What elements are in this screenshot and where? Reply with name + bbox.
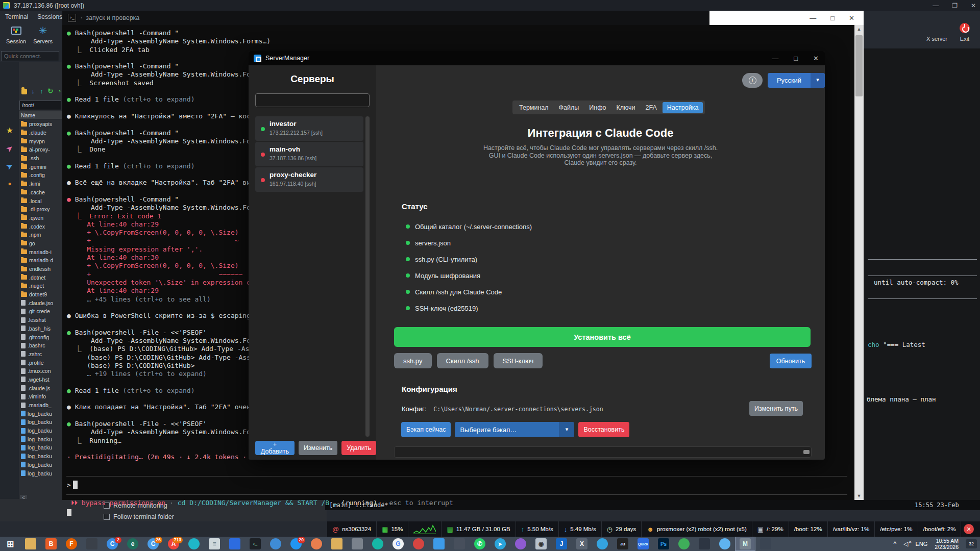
tab-2fa[interactable]: 2FA (641, 102, 662, 113)
file-row[interactable]: .tmux.con (19, 367, 62, 375)
file-row[interactable]: proxyapis (19, 120, 62, 129)
file-row[interactable]: .local (19, 196, 62, 205)
taskbar-icon-whatsapp[interactable]: ✆ (470, 537, 490, 551)
server-item[interactable]: proxy-checker161.97.118.40 [ssh] (255, 167, 363, 192)
taskbar-icon-start[interactable]: ⊞ (0, 537, 20, 551)
restore-button[interactable]: ❐ (952, 2, 958, 9)
toolbar-button-session[interactable]: Session (6, 23, 26, 48)
volume-muted-icon[interactable]: ◁✕ (903, 540, 908, 547)
file-row[interactable]: .codex (19, 222, 62, 231)
backup-select[interactable]: Выберите бэкап… ▾ (455, 422, 574, 437)
file-row[interactable]: .npm (19, 231, 62, 239)
taskbar-icon-quick-share[interactable]: Quick (633, 537, 653, 551)
upload-icon[interactable]: ↑ (39, 87, 45, 95)
sync-icon[interactable]: ◔ (56, 87, 62, 95)
file-row[interactable]: endlessh (19, 265, 62, 273)
close-button[interactable]: ✕ (971, 2, 976, 9)
download-icon[interactable]: ↓ (30, 87, 36, 95)
server-item[interactable]: main-ovh37.187.136.86 [ssh] (255, 142, 363, 166)
name-column-header[interactable]: Name (19, 111, 62, 119)
tab-инфо[interactable]: Инфо (584, 102, 610, 113)
refresh-icon[interactable]: ↻ (47, 87, 54, 95)
delete-server-button[interactable]: Удалить (341, 441, 376, 455)
taskbar-icon-app[interactable] (306, 537, 327, 551)
taskbar-icon-app[interactable]: X (572, 537, 592, 551)
add-server-button[interactable]: + Добавить (255, 441, 295, 455)
maximize-button[interactable]: □ (830, 14, 835, 22)
taskbar-icon-terminal[interactable]: ›_ (245, 537, 265, 551)
menu-terminal[interactable]: Terminal (5, 13, 28, 20)
taskbar-icon-app[interactable] (510, 537, 531, 551)
file-row[interactable]: log_backu (19, 409, 62, 418)
toolbar-button-exit[interactable]: Exit (959, 20, 971, 47)
checkbox[interactable] (104, 514, 110, 520)
file-row[interactable]: .mariadb_ (19, 401, 62, 410)
quick-connect-input[interactable] (1, 51, 59, 61)
taskbar-icon-anydesk[interactable]: A713 (163, 537, 184, 551)
terminal-scrollbar[interactable]: ▲ ▼ (854, 25, 864, 500)
info-button[interactable]: i (742, 73, 763, 88)
file-row[interactable]: .viminfo (19, 392, 62, 401)
chip-скилл--ssh[interactable]: Скилл /ssh (437, 353, 488, 368)
server-search-input[interactable] (255, 93, 370, 107)
taskbar-icon-mobaxterm[interactable]: M (735, 537, 755, 551)
taskbar-icon-firefox[interactable]: F (61, 537, 82, 551)
file-row[interactable]: .di-proxy (19, 205, 62, 214)
scroll-up-arrow[interactable]: ▲ (854, 25, 864, 33)
terminal-prompt[interactable]: > (67, 479, 78, 491)
pink-arrow-icon[interactable]: ➤ (3, 141, 17, 156)
taskbar-icon-google[interactable]: G (388, 537, 408, 551)
taskbar-icon-folder[interactable] (327, 537, 347, 551)
change-path-button[interactable]: Изменить путь (749, 401, 803, 416)
taskbar-icon-notes[interactable]: ≡ (204, 537, 225, 551)
toolbar-button-servers[interactable]: ✳Servers (33, 23, 53, 48)
scroll-down-arrow[interactable]: ▼ (854, 492, 864, 500)
file-row[interactable]: log_backu (19, 443, 62, 452)
file-row[interactable]: .profile (19, 358, 62, 367)
file-row[interactable]: .cache (19, 188, 62, 197)
file-row[interactable]: log_backu (19, 418, 62, 427)
file-row[interactable]: mariadb-d (19, 256, 62, 265)
file-row[interactable]: log_backu (19, 427, 62, 435)
taskbar-icon-app[interactable] (449, 537, 470, 551)
taskbar-icon-app[interactable] (368, 537, 388, 551)
server-list-scrollbar[interactable] (365, 116, 370, 437)
file-row[interactable]: log_backu (19, 452, 62, 461)
file-row[interactable]: .claude.js (19, 384, 62, 392)
install-all-button[interactable]: Установить всё (394, 327, 811, 347)
file-row[interactable]: log_backu (19, 469, 62, 478)
chip-ssh.py[interactable]: ssh.py (394, 353, 432, 368)
tray-chevron-icon[interactable]: ^ (894, 540, 897, 547)
log-scrollbar-thumb[interactable] (803, 450, 810, 454)
file-row[interactable]: .gitconfig (19, 333, 62, 341)
star-icon[interactable]: ★ (5, 126, 15, 136)
language-indicator[interactable]: ENG (915, 541, 927, 547)
file-row[interactable]: .bashrc (19, 341, 62, 350)
file-row[interactable]: go (19, 239, 62, 248)
taskbar-icon-app[interactable] (82, 537, 102, 551)
taskbar-icon-app[interactable] (225, 537, 245, 551)
chip-ssh-ключ[interactable]: SSH-ключ (494, 353, 543, 368)
close-button[interactable]: ✕ (849, 14, 854, 22)
taskbar-icon-app[interactable]: 20 (286, 537, 306, 551)
taskbar-icon-app[interactable] (429, 537, 449, 551)
backup-now-button[interactable]: Бэкап сейчас (401, 422, 451, 437)
file-row[interactable]: ai-proxy- (19, 145, 62, 154)
taskbar-icon-app[interactable]: J (551, 537, 572, 551)
taskbar-icon-app[interactable]: e (122, 537, 143, 551)
tab-настройка[interactable]: Настройка (663, 102, 703, 113)
taskbar-icon-app[interactable] (408, 537, 429, 551)
taskbar-icon-brave[interactable]: B (41, 537, 61, 551)
file-row[interactable]: log_backu (19, 461, 62, 469)
paper-plane-icon[interactable]: ➤ (3, 159, 16, 173)
file-row[interactable]: .dotnet (19, 273, 62, 282)
taskbar-clock[interactable]: 10:55 AM 2/23/2026 (935, 538, 959, 550)
file-row[interactable]: .lesshst (19, 316, 62, 324)
terminal-tab-label[interactable]: запуск и проверка (86, 14, 139, 21)
file-row[interactable]: .gemini (19, 162, 62, 171)
taskbar-icon-browser[interactable]: C26 (143, 537, 163, 551)
scrollbar-thumb[interactable] (855, 35, 863, 96)
file-row[interactable]: .claude.jso (19, 298, 62, 307)
menu-sessions[interactable]: Sessions (37, 13, 62, 20)
monitor-close-icon[interactable]: ✕ (964, 524, 974, 534)
